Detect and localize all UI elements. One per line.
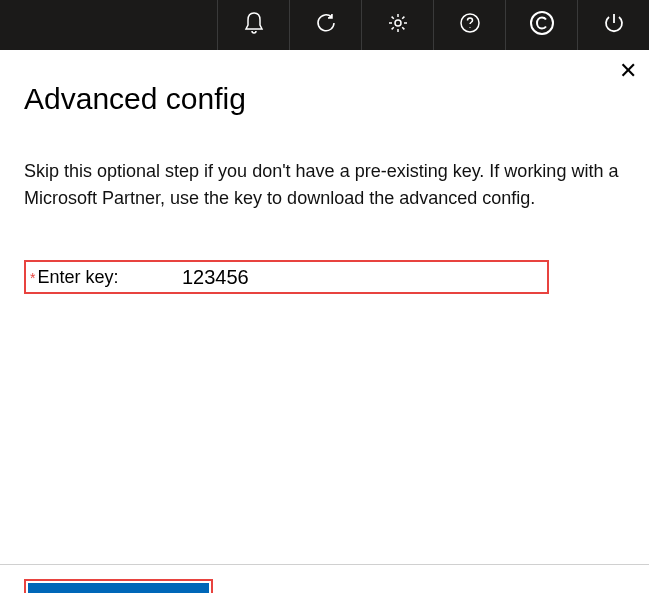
enter-key-field-row: * Enter key: xyxy=(24,260,549,294)
svg-point-2 xyxy=(469,27,470,28)
power-button[interactable] xyxy=(577,0,649,50)
settings-button[interactable] xyxy=(361,0,433,50)
help-button[interactable] xyxy=(433,0,505,50)
refresh-button[interactable] xyxy=(289,0,361,50)
refresh-icon xyxy=(314,11,338,39)
bell-icon xyxy=(243,11,265,39)
svg-point-3 xyxy=(531,12,553,34)
gear-icon xyxy=(386,11,410,39)
dialog-panel: ✕ Advanced config Skip this optional ste… xyxy=(0,50,649,294)
notifications-button[interactable] xyxy=(217,0,289,50)
download-config-button[interactable]: Download config xyxy=(28,583,209,593)
page-title: Advanced config xyxy=(24,82,625,116)
help-icon xyxy=(458,11,482,39)
required-marker: * xyxy=(30,270,35,286)
copyright-button[interactable] xyxy=(505,0,577,50)
copyright-icon xyxy=(528,9,556,41)
svg-point-0 xyxy=(395,20,401,26)
dialog-footer: Download config xyxy=(0,564,649,593)
power-icon xyxy=(602,11,626,39)
enter-key-input[interactable] xyxy=(182,265,522,289)
close-button[interactable]: ✕ xyxy=(619,60,637,82)
dialog-description: Skip this optional step if you don't hav… xyxy=(24,158,625,212)
enter-key-label-wrap: * Enter key: xyxy=(30,267,182,288)
download-button-highlight: Download config xyxy=(24,579,213,593)
enter-key-label: Enter key: xyxy=(37,267,118,288)
dialog-body: Advanced config Skip this optional step … xyxy=(0,50,649,294)
header-toolbar xyxy=(0,0,649,50)
close-icon: ✕ xyxy=(619,58,637,83)
